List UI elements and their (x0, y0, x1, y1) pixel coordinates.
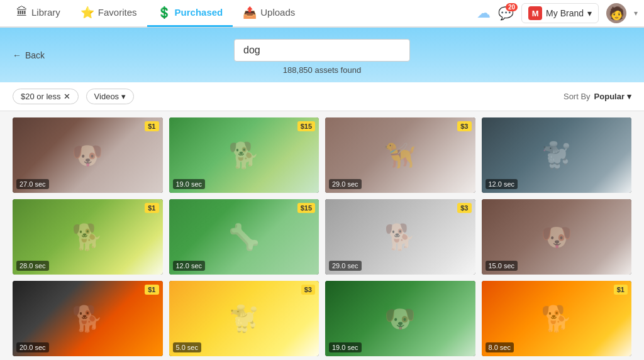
duration-badge: 27.0 sec (16, 179, 49, 189)
video-card[interactable]: 🦮$329.0 sec (325, 117, 475, 193)
uploads-icon: 📤 (243, 6, 257, 19)
top-nav: 🏛 Library ⭐ Favorites 💲 Purchased 📤 Uplo… (0, 0, 644, 28)
cloud-icon[interactable]: ☁ (477, 5, 491, 21)
brand-chevron-icon: ▾ (587, 8, 592, 18)
duration-badge: 20.0 sec (16, 342, 49, 352)
price-badge: $15 (297, 121, 315, 131)
avatar-caret-icon[interactable]: ▾ (634, 9, 638, 18)
library-icon: 🏛 (16, 6, 28, 19)
price-filter-button[interactable]: $20 or less ✕ (13, 89, 79, 104)
tab-library[interactable]: 🏛 Library (6, 0, 70, 27)
price-badge: $15 (297, 203, 315, 213)
price-badge: $1 (145, 285, 158, 295)
video-grid: 🐶$127.0 sec🐕$1519.0 sec🦮$329.0 sec🐩12.0 … (13, 117, 631, 356)
type-filter-chevron-icon: ▾ (121, 92, 126, 101)
video-card[interactable]: 🐕$1519.0 sec (169, 117, 319, 193)
video-card[interactable]: 🐕$120.0 sec (13, 281, 163, 356)
video-card[interactable]: 🐶15.0 sec (482, 199, 632, 275)
brand-initial: M (528, 6, 542, 20)
tab-purchased[interactable]: 💲 Purchased (147, 0, 233, 27)
favorites-icon: ⭐ (80, 6, 94, 19)
duration-badge: 8.0 sec (486, 342, 514, 352)
sort-chevron-icon: ▾ (627, 92, 631, 101)
price-filter-label: $20 or less (21, 92, 61, 101)
duration-badge: 28.0 sec (16, 261, 49, 271)
type-filter-button[interactable]: Videos ▾ (86, 89, 135, 104)
filter-bar: $20 or less ✕ Videos ▾ Sort By Popular ▾ (0, 82, 644, 111)
video-card[interactable]: 🐶19.0 sec (325, 281, 475, 356)
sort-area: Sort By Popular ▾ (564, 92, 631, 101)
duration-badge: 19.0 sec (329, 342, 362, 352)
price-filter-chevron-icon: ✕ (64, 92, 70, 101)
type-filter-label: Videos (94, 92, 119, 101)
video-card[interactable]: 🐕$329.0 sec (325, 199, 475, 275)
purchased-icon: 💲 (157, 6, 171, 19)
tab-uploads[interactable]: 📤 Uploads (233, 0, 305, 27)
duration-badge: 5.0 sec (173, 342, 201, 352)
notification-button[interactable]: 💬 20 (498, 6, 514, 21)
duration-badge: 12.0 sec (173, 261, 206, 271)
video-card[interactable]: 🐕$18.0 sec (482, 281, 632, 356)
price-badge: $1 (145, 203, 158, 213)
search-bar-area: ← Back 188,850 assets found (0, 28, 644, 82)
price-badge: $3 (457, 121, 471, 131)
video-card[interactable]: 🐕$128.0 sec (13, 199, 163, 275)
duration-badge: 15.0 sec (486, 261, 518, 271)
brand-label: My Brand (546, 8, 584, 18)
sort-by-label: Sort By (564, 92, 591, 101)
sort-value-button[interactable]: Popular ▾ (594, 92, 631, 101)
video-card[interactable]: 🐶$127.0 sec (13, 117, 163, 193)
notification-badge: 20 (506, 3, 518, 11)
nav-right: ☁ 💬 20 M My Brand ▾ 🧑 ▾ (477, 3, 638, 23)
price-badge: $1 (614, 285, 628, 295)
duration-badge: 29.0 sec (329, 179, 362, 189)
assets-found: 188,850 assets found (0, 65, 644, 75)
sort-value-label: Popular (594, 92, 625, 101)
video-card[interactable]: 🦴$1512.0 sec (169, 199, 319, 275)
duration-badge: 29.0 sec (329, 261, 362, 271)
price-badge: $3 (457, 203, 471, 213)
search-input[interactable] (234, 39, 410, 62)
price-badge: $1 (145, 121, 158, 131)
price-badge: $3 (301, 285, 315, 295)
brand-dropdown[interactable]: M My Brand ▾ (521, 3, 599, 23)
duration-badge: 12.0 sec (486, 179, 518, 189)
duration-badge: 19.0 sec (173, 179, 206, 189)
video-card[interactable]: 🐩12.0 sec (482, 117, 632, 193)
avatar[interactable]: 🧑 (606, 3, 626, 23)
video-card[interactable]: 🐩$35.0 sec (169, 281, 319, 356)
grid-area: 🐶$127.0 sec🐕$1519.0 sec🦮$329.0 sec🐩12.0 … (0, 111, 644, 360)
search-row (0, 39, 644, 62)
tab-favorites[interactable]: ⭐ Favorites (70, 0, 147, 27)
